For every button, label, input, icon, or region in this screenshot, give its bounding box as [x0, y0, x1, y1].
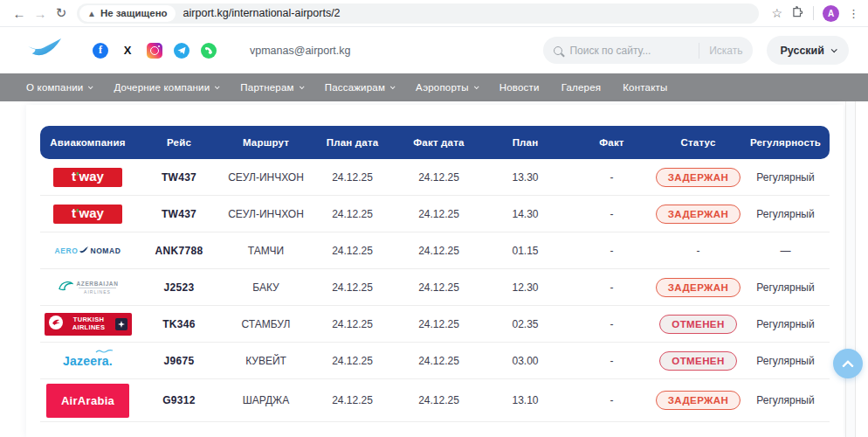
flight-number: ANK7788	[135, 245, 223, 257]
airline-logo-turkish: TURKISHAIRLINES	[40, 313, 135, 336]
status-badge: ЗАДЕРЖАН	[656, 168, 741, 187]
table-row: TURKISHAIRLINES TK346 СТАМБУЛ 24.12.25 2…	[40, 306, 830, 343]
fact-time: -	[568, 355, 655, 367]
status-badge: ЗАДЕРЖАН	[656, 391, 741, 410]
chevron-down-icon	[831, 46, 837, 52]
toolbar-divider	[813, 6, 814, 20]
nav-item-airports[interactable]: Аэропорты	[416, 82, 478, 93]
facebook-icon[interactable]: f	[93, 43, 108, 59]
flight-number: TW437	[135, 171, 223, 184]
table-row: Jazeera. J9675 КУВЕЙТ 24.12.25 24.12.25 …	[40, 343, 830, 379]
instagram-icon[interactable]	[147, 43, 162, 59]
nav-item-news[interactable]: Новости	[499, 82, 540, 93]
forward-icon[interactable]: →	[30, 6, 51, 21]
col-airline: Авиакомпания	[40, 137, 135, 148]
back-icon[interactable]: ←	[9, 6, 30, 21]
reload-icon[interactable]: ↻	[51, 5, 72, 21]
search-button[interactable]: Искать	[699, 45, 742, 57]
language-selector[interactable]: Русский	[767, 36, 849, 65]
table-row: AZERBAIJANAIRLINES J2523 БАКУ 24.12.25 2…	[40, 269, 830, 306]
browser-toolbar: ← → ↻ ▲ Не защищено airport.kg/internati…	[0, 0, 868, 27]
bookmark-star-icon[interactable]: ☆	[771, 6, 782, 20]
nav-item-contacts[interactable]: Контакты	[623, 82, 667, 93]
nav-item-passengers[interactable]: Пассажирам	[325, 82, 394, 93]
profile-avatar[interactable]: A	[823, 5, 839, 22]
table-row: t'way TW437 СЕУЛ-ИНЧХОН 24.12.25 24.12.2…	[40, 196, 830, 232]
telegram-icon[interactable]	[174, 43, 189, 59]
airport-logo[interactable]	[26, 37, 63, 64]
flight-number: J9675	[135, 355, 223, 367]
table-header: Авиакомпания Рейс Маршрут План дата Факт…	[40, 126, 830, 159]
flight-number: G9312	[135, 394, 223, 406]
plan-date: 24.12.25	[309, 245, 396, 257]
regularity: Регулярный	[741, 318, 830, 330]
security-chip[interactable]: ▲ Не защищено	[79, 5, 176, 22]
table-row: t'way TW437 СЕУЛ-ИНЧХОН 24.12.25 24.12.2…	[40, 159, 830, 196]
site-header: f X vpmanas@airport.kg Искать Русский	[0, 27, 868, 73]
page-scrollbar[interactable]	[845, 101, 856, 437]
col-regularity: Регулярность	[741, 137, 830, 148]
col-fact-date: Факт дата	[396, 137, 482, 148]
status-badge: ОТМЕНЕН	[659, 315, 736, 334]
fact-date: 24.12.25	[396, 394, 482, 406]
menu-dots-icon[interactable]: ⋮	[848, 7, 859, 20]
plan-time: 13.10	[482, 394, 568, 406]
nav-item-about[interactable]: О компании	[26, 82, 92, 93]
regularity: Регулярный	[741, 208, 830, 220]
plan-time: 12.30	[482, 281, 568, 294]
nav-item-partners[interactable]: Партнерам	[240, 82, 302, 93]
col-plan: План	[482, 137, 568, 148]
whatsapp-icon[interactable]	[201, 43, 217, 59]
fact-time: -	[568, 281, 655, 294]
table-row: AirArabia G9312 ШАРДЖА 24.12.25 24.12.25…	[40, 379, 830, 422]
azal-swoosh-icon	[58, 280, 73, 295]
social-links: f X	[93, 43, 217, 59]
nav-item-gallery[interactable]: Галерея	[561, 82, 602, 93]
plan-date: 24.12.25	[309, 394, 396, 406]
fact-date: 24.12.25	[396, 318, 482, 330]
flight-number: TW437	[135, 208, 223, 220]
fact-time: -	[568, 171, 655, 184]
search-icon	[554, 46, 562, 55]
route: КУВЕЙТ	[223, 355, 309, 367]
scroll-to-top-button[interactable]	[833, 349, 863, 378]
chevron-down-icon	[215, 84, 220, 89]
table-row: AERONOMAD ANK7788 ТАМЧИ 24.12.25 24.12.2…	[40, 232, 830, 269]
fact-time: -	[568, 318, 655, 330]
arabic-script-icon	[95, 349, 114, 354]
url-text[interactable]: airport.kg/international-airports/2	[183, 7, 341, 19]
fact-date: 24.12.25	[396, 355, 482, 367]
flight-number: J2523	[135, 281, 223, 294]
bird-icon	[79, 246, 89, 256]
plan-date: 24.12.25	[309, 281, 396, 294]
plan-date: 24.12.25	[309, 171, 396, 184]
fact-date: 24.12.25	[396, 208, 482, 220]
airline-logo-azerbaijan: AZERBAIJANAIRLINES	[40, 280, 135, 295]
plan-time: 01.15	[482, 245, 568, 257]
route: СЕУЛ-ИНЧХОН	[223, 171, 309, 184]
route: СЕУЛ-ИНЧХОН	[223, 208, 309, 220]
regularity: Регулярный	[741, 171, 830, 184]
regularity: —	[741, 245, 830, 257]
plan-date: 24.12.25	[309, 208, 396, 220]
security-label: Не защищено	[100, 8, 168, 18]
nav-item-subsidiaries[interactable]: Дочерние компании	[114, 82, 218, 93]
airline-logo-aero-nomad: AERONOMAD	[40, 246, 135, 256]
route: БАКУ	[223, 281, 309, 294]
fact-time: -	[568, 208, 655, 220]
col-route: Маршрут	[223, 137, 309, 148]
address-bar[interactable]: ▲ Не защищено airport.kg/international-a…	[77, 3, 759, 24]
search-input[interactable]	[569, 45, 692, 57]
status-badge: ЗАДЕРЖАН	[656, 205, 741, 224]
x-icon[interactable]: X	[120, 43, 135, 59]
chevron-up-icon	[842, 360, 854, 372]
chevron-down-icon	[300, 84, 305, 89]
flight-number: TK346	[135, 318, 223, 330]
contact-email[interactable]: vpmanas@airport.kg	[250, 45, 351, 57]
airline-logo-jazeera: Jazeera.	[40, 354, 135, 368]
plan-date: 24.12.25	[309, 355, 396, 367]
extensions-icon[interactable]	[791, 5, 804, 22]
plan-date: 24.12.25	[309, 318, 396, 330]
regularity: Регулярный	[741, 355, 830, 367]
route: ТАМЧИ	[223, 245, 309, 257]
